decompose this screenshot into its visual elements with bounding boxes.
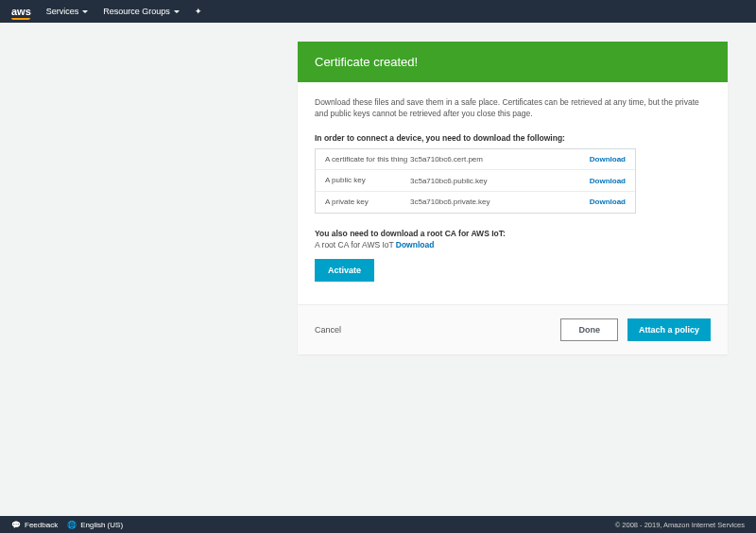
table-row: A private key 3c5a710bc6.private.key Dow…	[316, 192, 635, 213]
globe-icon: 🌐	[67, 521, 77, 529]
nav-services[interactable]: Services	[46, 7, 89, 16]
pin-icon[interactable]: ✦	[195, 7, 202, 16]
aws-logo[interactable]: aws	[11, 6, 31, 17]
copyright-text: © 2008 - 2019, Amazon Internet Services	[615, 521, 745, 529]
caret-down-icon	[82, 10, 88, 13]
row-label: A private key	[325, 198, 410, 207]
row-filename: 3c5a710bc6.public.key	[410, 177, 590, 185]
certificate-panel: Certificate created! Download these file…	[298, 42, 728, 354]
table-row: A certificate for this thing 3c5a710bc6.…	[316, 149, 635, 171]
root-ca-section: You also need to download a root CA for …	[315, 229, 711, 249]
attach-policy-button[interactable]: Attach a policy	[627, 318, 711, 341]
bottom-left: 💬 Feedback 🌐 English (US)	[11, 521, 123, 529]
root-ca-text: A root CA for AWS IoTDownload	[315, 240, 711, 249]
main-content: Certificate created! Download these file…	[0, 23, 756, 354]
download-intro: In order to connect a device, you need t…	[315, 133, 711, 143]
caret-down-icon	[174, 10, 180, 13]
row-label: A public key	[325, 176, 410, 185]
language-label: English (US)	[80, 521, 123, 529]
speech-bubble-icon: 💬	[11, 521, 21, 529]
panel-body: Download these files and save them in a …	[298, 82, 728, 304]
description-text: Download these files and save them in a …	[315, 97, 711, 120]
feedback-link[interactable]: 💬 Feedback	[11, 521, 58, 529]
root-ca-title: You also need to download a root CA for …	[315, 229, 711, 238]
root-ca-download-link[interactable]: Download	[396, 240, 435, 249]
download-link[interactable]: Download	[590, 177, 626, 185]
feedback-label: Feedback	[25, 521, 58, 529]
download-link[interactable]: Download	[590, 198, 626, 206]
root-ca-label: A root CA for AWS IoT	[315, 240, 394, 249]
bottom-bar: 💬 Feedback 🌐 English (US) © 2008 - 2019,…	[0, 516, 756, 533]
footer-actions: Cancel Done Attach a policy	[298, 304, 728, 354]
top-nav: aws Services Resource Groups ✦	[0, 0, 756, 23]
cancel-link[interactable]: Cancel	[315, 325, 560, 335]
download-table: A certificate for this thing 3c5a710bc6.…	[315, 148, 636, 214]
language-selector[interactable]: 🌐 English (US)	[67, 521, 123, 529]
nav-resource-groups[interactable]: Resource Groups	[103, 7, 180, 16]
row-label: A certificate for this thing	[325, 155, 410, 164]
download-link[interactable]: Download	[590, 155, 626, 163]
nav-services-label: Services	[46, 7, 79, 16]
nav-resource-groups-label: Resource Groups	[103, 7, 170, 16]
row-filename: 3c5a710bc6.cert.pem	[410, 155, 590, 163]
activate-button[interactable]: Activate	[315, 259, 374, 282]
table-row: A public key 3c5a710bc6.public.key Downl…	[316, 170, 635, 192]
success-banner: Certificate created!	[298, 42, 728, 82]
row-filename: 3c5a710bc6.private.key	[410, 198, 590, 206]
done-button[interactable]: Done	[560, 318, 618, 341]
